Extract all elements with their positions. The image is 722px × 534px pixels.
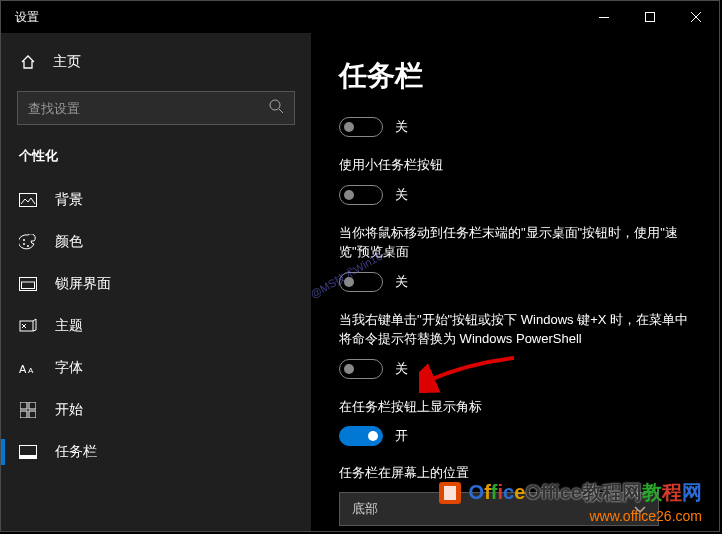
minimize-button[interactable] [581, 1, 627, 33]
toggle-powershell-label: 关 [395, 360, 408, 378]
font-icon: AA [19, 359, 37, 377]
lockscreen-icon [19, 275, 37, 293]
sidebar-item-start[interactable]: 开始 [1, 389, 311, 431]
search-input[interactable] [17, 91, 295, 125]
sidebar-item-label: 任务栏 [55, 443, 97, 461]
home-link[interactable]: 主页 [1, 43, 311, 81]
sidebar-item-label: 背景 [55, 191, 83, 209]
sidebar-item-colors[interactable]: 颜色 [1, 221, 311, 263]
sidebar-item-background[interactable]: 背景 [1, 179, 311, 221]
close-button[interactable] [673, 1, 719, 33]
search-field[interactable] [28, 101, 268, 116]
svg-rect-0 [599, 17, 609, 18]
toggle-0-label: 关 [395, 118, 408, 136]
taskbar-position-label: 任务栏在屏幕上的位置 [339, 464, 691, 482]
sidebar-item-themes[interactable]: 主题 [1, 305, 311, 347]
category-label: 个性化 [1, 139, 311, 179]
svg-rect-3 [20, 194, 37, 207]
taskbar-icon [19, 443, 37, 461]
svg-rect-1 [646, 13, 655, 22]
setting-badges-desc: 在任务栏按钮上显示角标 [339, 397, 691, 417]
svg-rect-9 [20, 321, 33, 331]
toggle-peek[interactable] [339, 272, 383, 292]
svg-rect-17 [20, 455, 37, 459]
maximize-button[interactable] [627, 1, 673, 33]
svg-rect-15 [29, 411, 36, 418]
picture-icon [19, 191, 37, 209]
setting-powershell-desc: 当我右键单击"开始"按钮或按下 Windows 键+X 时，在菜单中将命令提示符… [339, 310, 691, 349]
toggle-small-buttons-label: 关 [395, 186, 408, 204]
svg-rect-13 [29, 402, 36, 409]
theme-icon [19, 317, 37, 335]
toggle-badges[interactable] [339, 426, 383, 446]
sidebar-item-taskbar[interactable]: 任务栏 [1, 431, 311, 473]
start-icon [19, 401, 37, 419]
sidebar-item-lockscreen[interactable]: 锁屏界面 [1, 263, 311, 305]
page-title: 任务栏 [339, 57, 691, 95]
palette-icon [19, 233, 37, 251]
window-title: 设置 [15, 9, 581, 26]
svg-point-6 [27, 245, 29, 247]
setting-peek-desc: 当你将鼠标移动到任务栏末端的"显示桌面"按钮时，使用"速览"预览桌面 [339, 223, 691, 262]
setting-small-buttons-desc: 使用小任务栏按钮 [339, 155, 691, 175]
search-icon [268, 98, 284, 118]
svg-rect-8 [22, 282, 35, 289]
home-icon [19, 53, 37, 71]
svg-point-5 [23, 243, 25, 245]
taskbar-position-dropdown[interactable]: 底部 [339, 492, 659, 526]
svg-rect-14 [20, 411, 27, 418]
sidebar: 主页 个性化 背景 颜色 [1, 33, 311, 531]
svg-text:A: A [19, 363, 27, 375]
home-label: 主页 [53, 53, 81, 71]
svg-point-4 [23, 239, 25, 241]
svg-point-2 [270, 100, 280, 110]
sidebar-item-label: 颜色 [55, 233, 83, 251]
content-pane: 任务栏 关 使用小任务栏按钮 关 当你将鼠标移动到任务栏末端的"显示桌面"按钮时… [311, 33, 719, 531]
sidebar-item-fonts[interactable]: AA 字体 [1, 347, 311, 389]
svg-text:A: A [28, 366, 34, 375]
chevron-down-icon [634, 502, 646, 517]
sidebar-item-label: 字体 [55, 359, 83, 377]
toggle-powershell[interactable] [339, 359, 383, 379]
sidebar-item-label: 主题 [55, 317, 83, 335]
svg-rect-12 [20, 402, 27, 409]
toggle-small-buttons[interactable] [339, 185, 383, 205]
toggle-badges-label: 开 [395, 427, 408, 445]
toggle-peek-label: 关 [395, 273, 408, 291]
toggle-0[interactable] [339, 117, 383, 137]
sidebar-item-label: 锁屏界面 [55, 275, 111, 293]
dropdown-value: 底部 [352, 500, 378, 518]
sidebar-item-label: 开始 [55, 401, 83, 419]
